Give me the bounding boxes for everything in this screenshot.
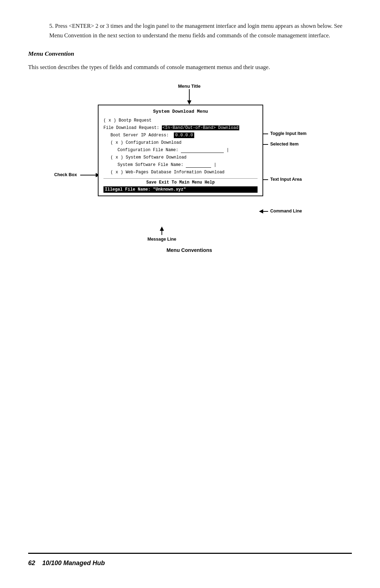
console-title: System Download Menu bbox=[103, 109, 258, 114]
section-title: Menu Convention bbox=[28, 50, 352, 57]
svg-marker-2 bbox=[187, 100, 191, 105]
console-line-6: ( x ) System Software Download bbox=[103, 154, 258, 161]
svg-marker-21 bbox=[160, 227, 164, 231]
svg-text:Command Line: Command Line bbox=[270, 209, 302, 213]
console-line-5: Configuration File Name: | bbox=[103, 147, 258, 154]
console-line-8: ( x ) Web-Pages Database Information Dow… bbox=[103, 169, 258, 176]
footer: 62 10/100 Managed Hub bbox=[28, 559, 352, 567]
svg-text:Menu Conventions: Menu Conventions bbox=[166, 247, 212, 253]
console-box: System Download Menu ( x ) Bootp Request… bbox=[98, 105, 263, 196]
console-line-2: File Download Request: <In-Band/Out-of-B… bbox=[103, 124, 258, 132]
section-description: This section describes the types of fiel… bbox=[28, 62, 352, 72]
svg-text:Toggle Input Item: Toggle Input Item bbox=[270, 131, 306, 136]
svg-text:Message Line: Message Line bbox=[147, 237, 176, 242]
intro-paragraph: 5. Press <ENTER> 2 or 3 times and the lo… bbox=[49, 21, 352, 40]
svg-text:Text Input Area: Text Input Area bbox=[270, 177, 302, 182]
console-line-7: System Software File Name: | bbox=[103, 161, 258, 169]
console-cmd-line: Save Exit To Main Menu Help bbox=[103, 178, 258, 185]
footer-page-number: 62 bbox=[28, 559, 35, 567]
svg-text:Selected Item: Selected Item bbox=[270, 142, 299, 147]
svg-text:Check Box: Check Box bbox=[54, 172, 77, 177]
console-msg-line: Illegal File Name: "Unknown.xyz" bbox=[103, 186, 258, 193]
footer-title: 10/100 Managed Hub bbox=[42, 559, 105, 567]
console-line-3: Boot Server IP Address: 0.0.0.0 bbox=[103, 132, 258, 139]
svg-text:Menu Title: Menu Title bbox=[178, 83, 201, 89]
console-line-1: ( x ) Bootp Request bbox=[103, 117, 258, 124]
svg-marker-18 bbox=[259, 209, 263, 213]
bottom-rule bbox=[28, 553, 352, 554]
console-line-4: ( x ) Configuration Download bbox=[103, 139, 258, 147]
diagram-wrapper: Menu Title Toggle Input Item Selected It… bbox=[28, 83, 352, 266]
